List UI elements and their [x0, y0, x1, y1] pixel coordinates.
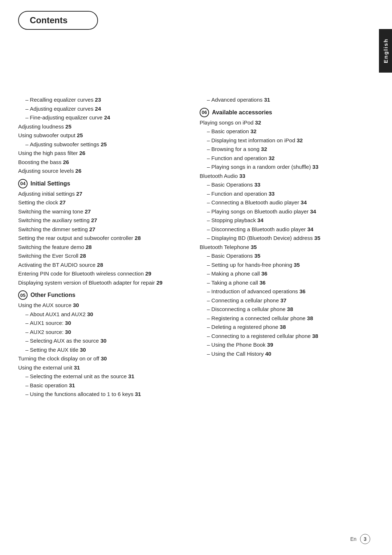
- toc-item: Setting the rear output and subwoofer co…: [18, 234, 181, 242]
- toc-subitem: –AUX2 source: 30: [18, 328, 181, 336]
- toc-page-num: 31: [74, 364, 80, 371]
- toc-page-num: 38: [287, 306, 293, 312]
- toc-text: About AUX1 and AUX2: [30, 311, 85, 317]
- toc-dash: –: [207, 324, 210, 330]
- toc-dash: –: [25, 347, 28, 353]
- toc-text: Adjusting source levels: [18, 168, 74, 174]
- toc-page-num: 24: [95, 106, 101, 112]
- toc-text: Using the external unit: [18, 364, 72, 371]
- toc-page-num: 38: [280, 324, 286, 330]
- footer-lang: En: [350, 536, 356, 542]
- toc-page-num: 32: [269, 155, 275, 161]
- toc-page-num: 35: [254, 253, 261, 259]
- toc-subitem: –Registering a connected cellular phone …: [200, 314, 374, 323]
- section-label: Other Functions: [30, 292, 75, 298]
- page-title: Contents: [18, 11, 98, 30]
- toc-page-num: 30: [73, 302, 79, 308]
- toc-text: Setting up for hands-free phoning: [211, 262, 292, 268]
- toc-item: Switching the Ever Scroll 28: [18, 252, 181, 260]
- toc-dash: –: [207, 181, 210, 188]
- toc-subitem: –Connecting a Bluetooth audio player 34: [200, 199, 374, 207]
- toc-page-num: 25: [101, 141, 107, 147]
- toc-dash: –: [207, 279, 210, 286]
- toc-item: Activating the BT AUDIO source 28: [18, 261, 181, 269]
- toc-page-num: 26: [63, 159, 69, 165]
- toc-text: Stopping playback: [211, 217, 256, 223]
- toc-item: Using subwoofer output 25: [18, 131, 181, 140]
- toc-text: Connecting a Bluetooth audio player: [211, 199, 299, 205]
- toc-page-num: 28: [80, 253, 86, 259]
- toc-subitem: –Making a phone call 36: [200, 270, 374, 278]
- toc-page-num: 39: [267, 342, 273, 348]
- toc-dash: –: [207, 191, 210, 197]
- toc-text: Displaying system version of Bluetooth a…: [18, 279, 155, 286]
- toc-page-num: 26: [79, 150, 85, 156]
- toc-dash: –: [25, 382, 28, 388]
- toc-item: Bluetooth Audio 33: [200, 172, 374, 180]
- toc-text: Selecting AUX as the source: [30, 338, 99, 344]
- toc-page-num: 26: [75, 168, 82, 174]
- toc-page-num: 29: [145, 270, 151, 277]
- toc-subitem: –Using the Call History 40: [200, 350, 374, 358]
- toc-text: Using the Call History: [211, 351, 264, 357]
- toc-subitem: –Disconnecting a cellular phone 38: [200, 305, 374, 314]
- toc-subitem: –Basic Operations 35: [200, 252, 374, 260]
- toc-text: Basic Operations: [211, 181, 253, 188]
- toc-text: Disconnecting a cellular phone: [211, 306, 285, 312]
- toc-text: Adjusting subwoofer settings: [30, 141, 99, 147]
- toc-text: Using subwoofer output: [18, 132, 75, 138]
- toc-text: Basic operation: [30, 382, 67, 388]
- toc-page-num: 36: [299, 288, 306, 294]
- toc-subitem: –Fine-adjusting equalizer curve 24: [18, 114, 181, 122]
- toc-page-num: 36: [260, 279, 266, 286]
- toc-page-num: 30: [80, 347, 86, 353]
- toc-text: Playing songs on Bluetooth audio player: [211, 208, 309, 215]
- toc-text: Connecting a cellular phone: [211, 297, 279, 303]
- language-tab: English: [379, 29, 392, 73]
- toc-text: Disconnecting a Bluetooth audio player: [211, 226, 306, 232]
- toc-subitem: –Setting the AUX title 30: [18, 346, 181, 354]
- toc-page-num: 31: [264, 97, 270, 103]
- toc-dash: –: [25, 320, 28, 326]
- toc-page-num: 35: [251, 244, 257, 250]
- toc-text: Making a phone call: [211, 270, 260, 277]
- toc-text: Function and operation: [211, 191, 267, 197]
- toc-page-num: 25: [65, 123, 72, 130]
- toc-dash: –: [207, 333, 210, 339]
- toc-subitem: –Adjusting equalizer curves 24: [18, 105, 181, 113]
- toc-subitem: –Basic Operations 33: [200, 181, 374, 189]
- toc-item: Switching the feature demo 28: [18, 243, 181, 252]
- toc-text: Setting the clock: [18, 199, 58, 205]
- toc-subitem: –Disconnecting a Bluetooth audio player …: [200, 225, 374, 234]
- toc-subitem: –Adjusting subwoofer settings 25: [18, 140, 181, 149]
- toc-dash: –: [207, 155, 210, 161]
- section-label: Initial Settings: [30, 180, 70, 187]
- toc-text: Switching the dimmer setting: [18, 226, 88, 232]
- toc-subitem: –Using the functions allocated to 1 to 6…: [18, 390, 181, 399]
- toc-dash: –: [207, 351, 210, 357]
- section-number: 05: [18, 290, 28, 300]
- toc-text: Advanced operations: [211, 97, 262, 103]
- toc-dash: –: [207, 342, 210, 348]
- toc-page-num: 30: [65, 329, 71, 335]
- toc-subitem: –Stopping playback 34: [200, 216, 374, 225]
- toc-page-num: 32: [261, 146, 267, 152]
- toc-text: Function and operation: [211, 155, 267, 161]
- toc-subitem: –Deleting a registered phone 38: [200, 323, 374, 331]
- toc-dash: –: [207, 199, 210, 205]
- toc-page-num: 32: [250, 128, 257, 134]
- toc-item: Displaying system version of Bluetooth a…: [18, 279, 181, 287]
- toc-subitem: –Connecting to a registered cellular pho…: [200, 332, 374, 340]
- toc-page-num: 27: [91, 217, 97, 223]
- toc-page-num: 33: [313, 164, 319, 170]
- toc-dash: –: [207, 315, 210, 321]
- toc-text: Using the functions allocated to 1 to 6 …: [30, 391, 133, 397]
- toc-subitem: –Function and operation 32: [200, 154, 374, 163]
- toc-dash: –: [207, 270, 210, 277]
- toc-subitem: –Taking a phone call 36: [200, 279, 374, 287]
- toc-subitem: –Recalling equalizer curves 23: [18, 96, 181, 104]
- toc-text: Browsing for a song: [211, 146, 260, 152]
- toc-text: Setting the AUX title: [30, 347, 78, 353]
- toc-item: Turning the clock display on or off 30: [18, 355, 181, 363]
- toc-text: Deleting a registered phone: [211, 324, 278, 330]
